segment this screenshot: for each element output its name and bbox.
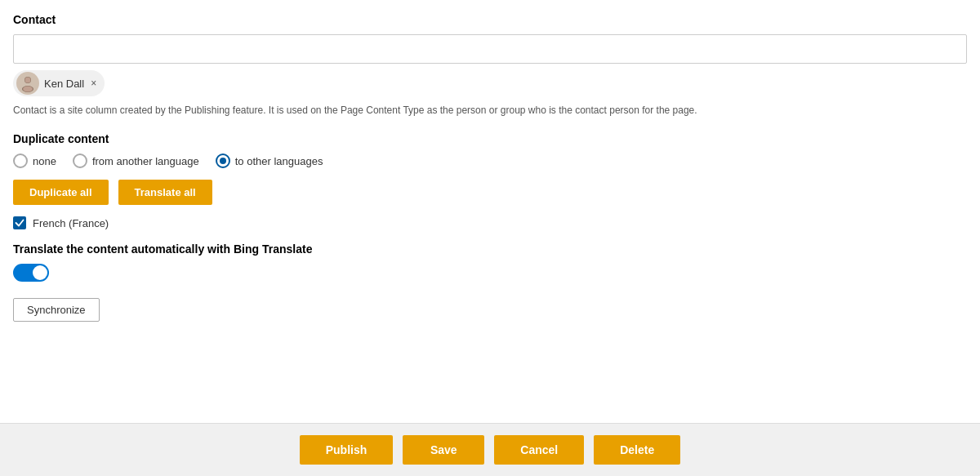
radio-none[interactable]: none (13, 153, 56, 168)
synchronize-button[interactable]: Synchronize (13, 298, 100, 322)
french-checkbox[interactable] (13, 216, 26, 229)
toggle-knob (33, 265, 47, 280)
avatar (16, 72, 39, 95)
contact-name: Ken Dall (44, 78, 84, 90)
delete-button[interactable]: Delete (594, 435, 680, 465)
duplicate-radio-group: none from another language to other lang… (13, 153, 967, 168)
contact-remove-button[interactable]: × (91, 78, 96, 89)
publish-button[interactable]: Publish (300, 435, 394, 465)
svg-point-3 (23, 87, 33, 92)
save-button[interactable]: Save (403, 435, 484, 465)
contact-tag: Ken Dall × (13, 70, 105, 96)
contact-description: Contact is a site column created by the … (13, 103, 967, 118)
bing-translate-toggle-container[interactable] (13, 264, 967, 282)
radio-from-another-circle[interactable] (73, 153, 87, 168)
radio-from-another[interactable]: from another language (73, 153, 199, 168)
duplicate-all-button[interactable]: Duplicate all (13, 180, 109, 205)
contact-section-title: Contact (13, 13, 967, 26)
translate-title: Translate the content automatically with… (13, 242, 967, 256)
bing-translate-toggle[interactable] (13, 264, 49, 282)
duplicate-content-title: Duplicate content (13, 132, 967, 145)
svg-point-2 (25, 78, 31, 83)
radio-from-another-label: from another language (92, 155, 199, 167)
contact-input[interactable] (13, 34, 967, 64)
radio-none-label: none (33, 155, 56, 167)
radio-to-other-label: to other languages (235, 155, 323, 167)
radio-none-circle[interactable] (13, 153, 28, 168)
translate-all-button[interactable]: Translate all (118, 180, 212, 205)
radio-to-other-circle[interactable] (216, 153, 230, 168)
action-button-row: Duplicate all Translate all (13, 180, 967, 205)
french-label: French (France) (33, 217, 109, 229)
radio-to-other[interactable]: to other languages (216, 153, 323, 168)
language-checkbox-row[interactable]: French (France) (13, 216, 967, 229)
cancel-button[interactable]: Cancel (494, 435, 584, 465)
footer-bar: Publish Save Cancel Delete (0, 423, 980, 476)
